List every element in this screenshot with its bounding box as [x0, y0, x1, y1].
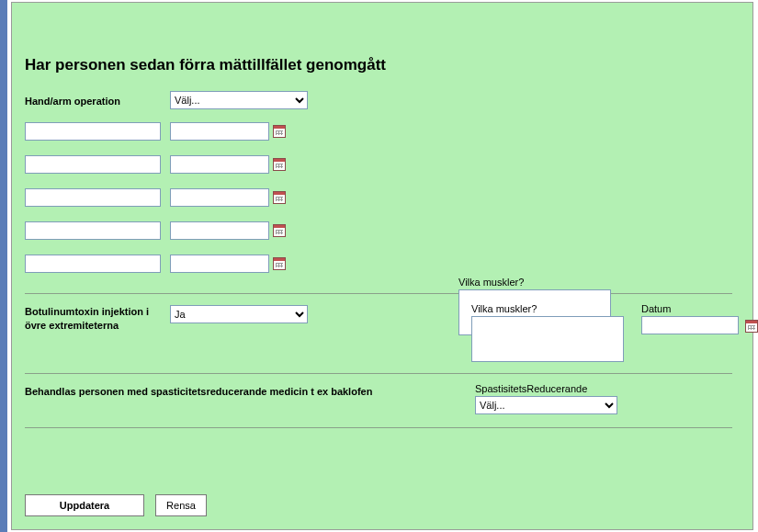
- hand-arm-row: Hand/arm operation Välj...: [25, 91, 732, 109]
- botulinum-row: Botulinumtoxin injektion i övre extremit…: [25, 303, 732, 364]
- date-pair-row: [25, 188, 732, 207]
- update-button[interactable]: Uppdatera: [25, 494, 144, 516]
- calendar-icon[interactable]: [273, 224, 286, 237]
- botulinum-date-input[interactable]: [641, 316, 739, 334]
- divider: [25, 373, 732, 374]
- left-accent-bar: [0, 0, 7, 532]
- spasticity-select-block: SpastisitetsReducerande Välj...: [475, 383, 617, 414]
- date-pair-b-input[interactable]: [170, 221, 269, 240]
- date-pair-a-input[interactable]: [25, 221, 161, 240]
- date-pair-a-input[interactable]: [25, 122, 161, 141]
- divider: [25, 427, 732, 428]
- calendar-icon[interactable]: [273, 125, 286, 138]
- date-pair-row: [25, 155, 732, 174]
- spasticity-row: Behandlas personen med spasticitetsreduc…: [25, 383, 732, 414]
- botulinum-muscles-block: Vilka muskler?: [471, 303, 632, 364]
- botulinum-select-wrap: Ja: [170, 303, 335, 323]
- botulinum-muscles-textarea[interactable]: [471, 316, 624, 362]
- button-bar: Uppdatera Rensa: [25, 494, 207, 516]
- date-pair-b-input[interactable]: [170, 188, 269, 207]
- form-panel: Har personen sedan förra mättillfället g…: [11, 2, 753, 530]
- date-pair-row: [25, 221, 732, 240]
- date-pairs-section: [25, 122, 732, 273]
- date-pair-a-input[interactable]: [25, 188, 161, 207]
- clear-button[interactable]: Rensa: [155, 494, 207, 516]
- window: Har personen sedan förra mättillfället g…: [0, 0, 758, 532]
- date-pair-row: [25, 122, 732, 141]
- date-pair-a-input[interactable]: [25, 155, 161, 174]
- botulinum-date-label: Datum: [641, 303, 758, 314]
- hand-arm-select-wrap: Välj...: [170, 91, 308, 109]
- date-pair-row: [25, 255, 732, 273]
- hand-arm-select[interactable]: Välj...: [170, 91, 308, 109]
- calendar-icon[interactable]: [273, 158, 286, 171]
- calendar-icon[interactable]: [273, 191, 286, 204]
- page-title: Har personen sedan förra mättillfället g…: [25, 56, 732, 74]
- botulinum-muscles-label: Vilka muskler?: [471, 303, 632, 314]
- muscles-label-1: Vilka muskler?: [458, 277, 611, 288]
- spasticity-label: Behandlas personen med spasticitetsreduc…: [25, 383, 475, 399]
- date-pair-b-input[interactable]: [170, 155, 269, 174]
- hand-arm-label: Hand/arm operation: [25, 91, 170, 108]
- calendar-icon[interactable]: [745, 320, 758, 333]
- calendar-icon[interactable]: [273, 257, 286, 270]
- divider: [25, 293, 732, 294]
- date-pair-b-input[interactable]: [170, 122, 269, 141]
- spasticity-select[interactable]: Välj...: [475, 396, 617, 414]
- botulinum-label: Botulinumtoxin injektion i övre extremit…: [25, 303, 170, 333]
- date-pair-a-input[interactable]: [25, 255, 161, 273]
- botulinum-select[interactable]: Ja: [170, 305, 308, 323]
- date-pair-b-input[interactable]: [170, 255, 269, 273]
- spasticity-sub-label: SpastisitetsReducerande: [475, 383, 617, 394]
- botulinum-date-block: Datum: [641, 303, 758, 334]
